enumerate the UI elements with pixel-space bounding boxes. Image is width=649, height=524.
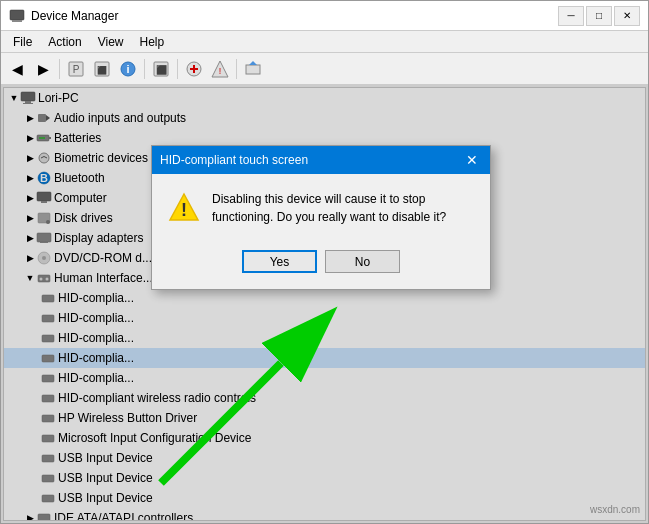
dialog-body: ! Disabling this device will cause it to…: [152, 174, 490, 242]
scan-button[interactable]: ⬛: [90, 57, 114, 81]
device-manager-window: Device Manager ─ □ ✕ File Action View He…: [0, 0, 649, 524]
toolbar: ◀ ▶ P ⬛ i ⬛: [1, 53, 648, 85]
uninstall-button[interactable]: !: [208, 57, 232, 81]
menu-bar: File Action View Help: [1, 31, 648, 53]
disable-button[interactable]: [182, 57, 206, 81]
no-button[interactable]: No: [325, 250, 400, 273]
info-button[interactable]: i: [116, 57, 140, 81]
svg-text:!: !: [181, 200, 187, 220]
svg-text:⬛: ⬛: [156, 64, 168, 76]
svg-rect-1: [12, 20, 22, 22]
warning-icon: !: [168, 192, 200, 224]
scan-hardware-button[interactable]: ⬛: [149, 57, 173, 81]
yes-button[interactable]: Yes: [242, 250, 317, 273]
content-area: ▼ Lori-PC ▶: [1, 85, 648, 523]
toolbar-separator-2: [144, 59, 145, 79]
disable-dialog: HID-compliant touch screen ✕ ! Disabling…: [151, 145, 491, 290]
back-button[interactable]: ◀: [5, 57, 29, 81]
maximize-button[interactable]: □: [586, 6, 612, 26]
dialog-message: Disabling this device will cause it to s…: [212, 190, 474, 226]
dialog-overlay: HID-compliant touch screen ✕ ! Disabling…: [1, 85, 648, 523]
window-title: Device Manager: [31, 9, 558, 23]
close-button[interactable]: ✕: [614, 6, 640, 26]
menu-view[interactable]: View: [90, 33, 132, 51]
svg-rect-0: [10, 10, 24, 20]
svg-text:P: P: [73, 64, 80, 75]
svg-text:!: !: [219, 66, 222, 76]
svg-rect-15: [246, 65, 260, 74]
toolbar-separator-1: [59, 59, 60, 79]
properties-button[interactable]: P: [64, 57, 88, 81]
svg-text:⬛: ⬛: [97, 65, 107, 75]
update-driver-button[interactable]: [241, 57, 265, 81]
forward-button[interactable]: ▶: [31, 57, 55, 81]
minimize-button[interactable]: ─: [558, 6, 584, 26]
svg-marker-16: [249, 61, 257, 65]
menu-action[interactable]: Action: [40, 33, 89, 51]
toolbar-separator-4: [236, 59, 237, 79]
svg-text:i: i: [126, 63, 129, 75]
dialog-close-button[interactable]: ✕: [462, 151, 482, 169]
dialog-buttons: Yes No: [152, 242, 490, 289]
title-bar: Device Manager ─ □ ✕: [1, 1, 648, 31]
dialog-title-bar: HID-compliant touch screen ✕: [152, 146, 490, 174]
menu-file[interactable]: File: [5, 33, 40, 51]
window-icon: [9, 8, 25, 24]
dialog-title: HID-compliant touch screen: [160, 153, 462, 167]
window-controls: ─ □ ✕: [558, 6, 640, 26]
toolbar-separator-3: [177, 59, 178, 79]
menu-help[interactable]: Help: [132, 33, 173, 51]
